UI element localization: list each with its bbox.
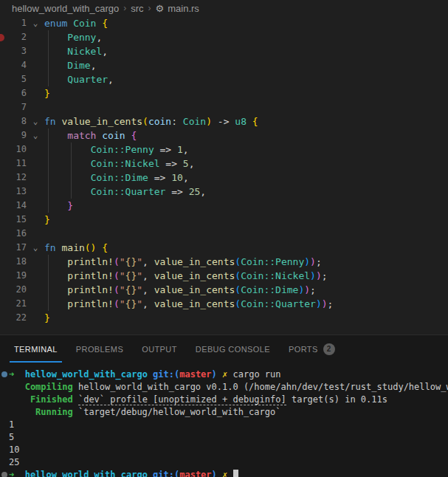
panel-tab-debug-console[interactable]: DEBUG CONSOLE — [191, 335, 275, 363]
fold-chevron-icon[interactable]: ⌄ — [27, 114, 44, 128]
code-line[interactable]: 21 println!("{}", value_in_cents(Coin::Q… — [0, 297, 448, 311]
code-token: } — [44, 88, 50, 99]
fold-chevron-icon[interactable]: ⌄ — [27, 128, 44, 143]
code-text: enum Coin { — [44, 16, 108, 30]
code-line[interactable]: 3 Nickel, — [0, 44, 448, 58]
code-line[interactable]: 1⌄enum Coin { — [0, 16, 448, 30]
code-line[interactable]: 20 println!("{}", value_in_cents(Coin::D… — [0, 283, 448, 297]
line-number: 5 — [10, 72, 27, 86]
panel-tab-ports[interactable]: PORTS2 — [284, 335, 340, 363]
code-token: ( — [114, 284, 120, 295]
panel-tab-terminal[interactable]: TERMINAL — [10, 335, 62, 363]
line-number: 12 — [10, 171, 27, 185]
breakpoint-margin[interactable] — [0, 157, 10, 171]
code-token: ) — [304, 284, 310, 295]
breakpoint-margin[interactable] — [0, 72, 10, 86]
code-token: ; — [328, 298, 334, 309]
breakpoint-margin[interactable] — [0, 227, 10, 241]
breadcrumb-label: hellow_world_with_cargo — [12, 3, 119, 14]
fold-chevron-icon — [27, 213, 44, 227]
terminal-text-segment: master — [179, 470, 211, 477]
breadcrumb-item[interactable]: ⚙main.rs — [156, 3, 199, 14]
command-decoration-icon[interactable] — [1, 371, 7, 377]
code-editor[interactable]: 1⌄enum Coin {2 Penny,3 Nickel,4 Dime,5 Q… — [0, 16, 448, 334]
code-token: ; — [316, 256, 322, 267]
breakpoint-margin[interactable] — [0, 241, 10, 255]
terminal-text-segment: 5 — [9, 432, 14, 442]
code-token: " — [120, 270, 125, 281]
fold-chevron-icon — [27, 157, 44, 171]
code-token: , — [108, 74, 114, 85]
code-line[interactable]: 11 Coin::Nickel => 5, — [0, 157, 448, 171]
breakpoint-margin[interactable] — [0, 86, 10, 100]
terminal-line: ➜ hellow_world_with_cargo git:(master) ✗… — [9, 368, 448, 381]
breakpoint-margin[interactable] — [0, 213, 10, 227]
panel-tab-label: DEBUG CONSOLE — [196, 345, 270, 354]
command-decoration-icon[interactable] — [1, 472, 7, 477]
code-line[interactable]: 13 Coin::Quarter => 25, — [0, 185, 448, 199]
terminal-cursor — [233, 470, 238, 477]
breakpoint-margin[interactable] — [0, 143, 10, 157]
breakpoint-margin[interactable] — [0, 128, 10, 143]
code-line[interactable]: 5 Quarter, — [0, 72, 448, 86]
breakpoint-margin[interactable] — [0, 44, 10, 58]
code-token: { — [102, 18, 108, 29]
code-line[interactable]: 7 — [0, 100, 448, 114]
code-line[interactable]: 17⌄fn main() { — [0, 241, 448, 255]
code-token: } — [44, 214, 50, 225]
code-text: Coin::Penny => 1, — [44, 143, 189, 157]
fold-chevron-icon[interactable]: ⌄ — [27, 16, 44, 30]
line-number: 3 — [10, 44, 27, 58]
terminal-output[interactable]: ➜ hellow_world_with_cargo git:(master) ✗… — [0, 363, 448, 477]
code-token: match — [67, 130, 96, 141]
breadcrumb-separator-icon: › — [148, 3, 151, 13]
fold-chevron-icon[interactable]: ⌄ — [27, 241, 44, 255]
breakpoint-margin[interactable] — [0, 100, 10, 114]
code-line[interactable]: 19 println!("{}", value_in_cents(Coin::N… — [0, 269, 448, 283]
breakpoint-margin[interactable] — [0, 283, 10, 297]
fold-chevron-icon — [27, 86, 44, 100]
code-line[interactable]: 10 Coin::Penny => 1, — [0, 143, 448, 157]
code-line[interactable]: 2 Penny, — [0, 30, 448, 44]
breakpoint-margin[interactable] — [0, 269, 10, 283]
breakpoint-margin[interactable] — [0, 171, 10, 185]
code-line[interactable]: 8⌄fn value_in_cents(coin: Coin) -> u8 { — [0, 114, 448, 128]
breakpoint-margin[interactable] — [0, 311, 10, 325]
terminal-line: ➜ hellow_world_with_cargo git:(master) ✗ — [9, 469, 448, 477]
code-token: coin — [148, 116, 171, 127]
code-line[interactable]: 14 } — [0, 199, 448, 213]
code-line[interactable]: 16 — [0, 227, 448, 241]
breakpoint-margin[interactable] — [0, 255, 10, 269]
breakpoint-icon[interactable] — [0, 34, 4, 41]
breadcrumb-item[interactable]: src — [131, 3, 143, 14]
terminal-text-segment — [227, 470, 232, 477]
breakpoint-margin[interactable] — [0, 199, 10, 213]
breakpoint-margin[interactable] — [0, 114, 10, 128]
code-line[interactable]: 4 Dime, — [0, 58, 448, 72]
panel-tab-problems[interactable]: PROBLEMS — [72, 335, 128, 363]
breakpoint-margin[interactable] — [0, 185, 10, 199]
breakpoint-margin[interactable] — [0, 30, 10, 44]
breadcrumb[interactable]: hellow_world_with_cargo›src›⚙main.rs — [0, 0, 448, 16]
terminal-text-segment: ➜ — [9, 470, 25, 477]
terminal-text-segment: `target/debug/hellow_world_with_cargo` — [73, 407, 281, 417]
code-line[interactable]: 12 Coin::Dime => 10, — [0, 171, 448, 185]
code-line[interactable]: 22} — [0, 311, 448, 325]
terminal-text-segment: Compiling — [9, 382, 73, 392]
code-line[interactable]: 18 println!("{}", value_in_cents(Coin::P… — [0, 255, 448, 269]
breakpoint-margin[interactable] — [0, 58, 10, 72]
code-token: fn — [44, 116, 56, 127]
code-token: ) — [206, 116, 212, 127]
code-line[interactable]: 9⌄ match coin { — [0, 128, 448, 143]
code-token: Nickel — [67, 46, 102, 57]
breadcrumb-item[interactable]: hellow_world_with_cargo — [12, 3, 119, 14]
code-line[interactable]: 6} — [0, 86, 448, 100]
terminal-text-segment: git:( — [153, 470, 179, 477]
code-token: " — [120, 256, 125, 267]
terminal-text-segment — [73, 394, 78, 405]
terminal-line: Finished `dev` profile [unoptimized + de… — [9, 394, 448, 406]
code-line[interactable]: 15} — [0, 213, 448, 227]
panel-tab-output[interactable]: OUTPUT — [137, 335, 182, 363]
breakpoint-margin[interactable] — [0, 297, 10, 311]
breakpoint-margin[interactable] — [0, 16, 10, 30]
